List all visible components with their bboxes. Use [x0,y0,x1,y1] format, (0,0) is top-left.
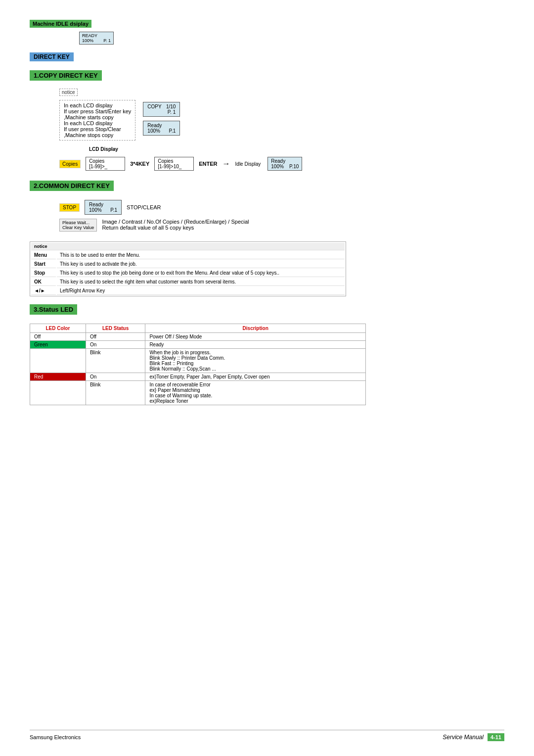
led-col-status: LED Status [86,324,145,333]
table-row: Stop This key is used to stop the job be… [31,269,345,277]
lcd-display-section: LCD Display Copies Copies [1-99]>_ 3*4KE… [59,146,504,171]
copy-instr-5: If user press Stop/Clear [64,126,131,132]
led-status-red-on: On [86,373,145,381]
notice-key-ok: OK [31,278,56,286]
footer-right: Service Manual 4-11 [443,733,504,741]
status-led-table-container: LED Color LED Status Discription Off Off… [30,324,504,405]
notice-key-arrow: ◄/► [31,287,56,295]
table-row: OK This key is used to select the right … [31,278,345,286]
stop-clear-label: STOP/CLEAR [127,204,161,210]
notice-val-arrow: Left/Right Arrow Key [57,287,345,295]
common-lcd-ready-line1: Ready [89,202,117,207]
please-wait-box: Please Wait... Clear Key Value [59,219,97,232]
copy-instr-4: In each LCD display [64,120,131,126]
key-label: 3*4KEY [130,161,149,167]
common-lcd-page: P.1 [110,207,117,213]
notice-val-stop: This key is used to stop the job being d… [57,269,345,277]
idle-lcd-pct: 100% [271,164,284,169]
please-wait-group: Please Wait... Clear Key Value [59,219,97,232]
clear-key-value: Clear Key Value [62,225,94,230]
table-row: Blink In case of recoverable Error ex} P… [30,381,366,405]
copies-range-2: [1-99]>10_ [158,164,190,169]
footer: Samsung Electronics Service Manual 4-11 [30,730,504,741]
direct-key-label: DIRECT KEY [34,53,70,60]
please-wait-text: Please Wait... [62,220,94,225]
common-lcd-ready: Ready 100% P.1 [85,200,122,215]
copy-lcd-group: COPY 1/10 P. 1 Ready 100% P.1 [143,102,180,136]
led-table: LED Color LED Status Discription Off Off… [30,324,366,405]
idle-lcd-ready: Ready [271,158,285,164]
copy-lcd-copy-line2: 1/10 [166,104,176,109]
notice-table-header: notice [31,243,345,250]
led-desc-green-on: Ready [145,341,366,349]
common-lcd-pct: 100% [89,207,102,213]
notice-table-section: notice Menu This is to be used to enter … [30,241,504,296]
led-desc-red-on: ex)Toner Empty, Paper Jam, Paper Empty, … [145,373,366,381]
copies-field: Copies [89,158,122,164]
status-led-section: 3.Status LED LED Color LED Status Discri… [30,304,504,405]
copy-lcd-ready: Ready 100% P.1 [143,121,180,136]
notice-key-stop: Stop [31,269,56,277]
copy-direct-key-section: 1.COPY DIRECT KEY notice In each LCD dis… [30,70,504,171]
lcd-display-row: Copies Copies [1-99]>_ 3*4KEY Copies [1-… [59,157,504,171]
stop-row: STOP Ready 100% P.1 STOP/CLEAR [59,200,504,215]
table-row: Menu This is to be used to enter the Men… [31,251,345,259]
common-direct-key-header: 2.COMMON DIRECT KEY [30,181,114,191]
footer-page-number: 4-11 [488,733,504,741]
led-desc-off: Power Off / Sleep Mode [145,333,366,341]
status-led-header: 3.Status LED [30,304,77,315]
return-default: Return default value of all 5 copy keys [102,225,249,231]
copy-lcd-copy-line1: COPY [147,104,161,109]
idle-lcd-line2: 100% [82,38,93,43]
footer-company: Samsung Electronics [30,734,81,740]
copies-range: [1-99]>_ [89,164,122,169]
table-row: Blink When the job is in progress. Blink… [30,349,366,373]
stop-label: STOP [59,203,80,212]
copy-lcd-copy-line3: P. 1 [168,109,176,115]
clear-description-group: Image / Contrast / No.Of Copies / (Reduc… [102,219,249,231]
copy-instructions-box: In each LCD display If user press Start/… [59,100,135,141]
idle-lcd-line3: P. 1 [103,38,111,43]
led-color-red-blink [30,381,86,405]
led-color-off: Off [30,333,86,341]
lcd-copies-box: Copies [1-99]>_ [86,157,125,171]
led-desc-red-blink: In case of recoverable Error ex} Paper M… [145,381,366,405]
copy-instr-3: ,Machine starts copy [64,114,131,120]
copy-lcd-ready-line1: Ready [147,123,162,128]
lcd-copies-box-2: Copies [1-99]>10_ [154,157,194,171]
led-status-green-on: On [86,341,145,349]
copy-lcd-ready-line3: P.1 [169,128,176,134]
copy-direct-key-header: 1.COPY DIRECT KEY [30,70,102,81]
notice-key-start: Start [31,260,56,268]
idle-display-lcd: Ready 100% P.10 [267,157,302,171]
led-color-red: Red [30,373,86,381]
notice-val-ok: This key is used to select the right ite… [57,278,345,286]
led-col-desc: Discription [145,324,366,333]
idle-lcd-box: READY 100% P. 1 [79,32,114,45]
copy-instr-6: ,Machine stops copy [64,132,131,138]
table-row: Green On Ready [30,341,366,349]
copy-lcd-copy: COPY 1/10 P. 1 [143,102,180,117]
notice-key-menu: Menu [31,251,56,259]
common-content: STOP Ready 100% P.1 STOP/CLEAR Please Wa… [59,200,504,232]
footer-service-manual: Service Manual [443,734,484,741]
table-row: ◄/► Left/Right Arrow Key [31,287,345,295]
enter-label: ENTER [199,161,217,167]
please-wait-row: Please Wait... Clear Key Value Image / C… [59,219,504,232]
table-row: Start This key is used to activate the j… [31,260,345,268]
direct-key-header: DIRECT KEY [30,52,74,61]
notice-val-start: This key is used to activate the job. [57,260,345,268]
led-status-off: Off [86,333,145,341]
led-desc-green-blink: When the job is in progress. Blink Slowl… [145,349,366,373]
idle-lcd-line1: READY [82,33,111,38]
copy-lcd-ready-line2: 100% [147,128,160,134]
idle-lcd-page: P.10 [289,164,299,169]
led-color-green-blink [30,349,86,373]
led-color-green: Green [30,341,86,349]
copy-notice-label: notice [59,89,78,96]
table-row: Red On ex)Toner Empty, Paper Jam, Paper … [30,373,366,381]
notice-val-menu: This is to be used to enter the Menu. [57,251,345,259]
idle-section: Machine IDLE dsiplay READY 100% P. 1 [30,20,504,45]
copies-label-yellow: Copies [59,160,81,168]
copy-instr-2: If user press Start/Enter key [64,108,131,114]
